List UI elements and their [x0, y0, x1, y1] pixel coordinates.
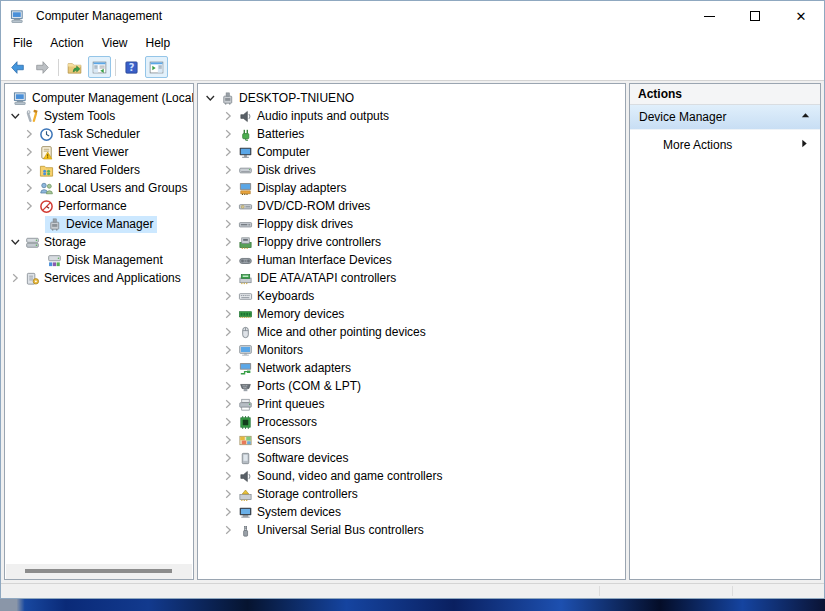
back-arrow-icon	[10, 60, 25, 75]
device-category-ide-ata-atapi-controllers[interactable]: IDE ATA/ATAPI controllers	[198, 269, 625, 287]
close-button[interactable]: ✕	[778, 1, 824, 31]
device-category-dvd-cd-rom-drives[interactable]: DVD/CD-ROM drives	[198, 197, 625, 215]
chevron-right-icon[interactable]	[220, 414, 236, 430]
disk-management-icon	[46, 252, 62, 268]
chevron-right-icon[interactable]	[21, 162, 37, 178]
chevron-right-icon[interactable]	[220, 126, 236, 142]
more-actions-item[interactable]: More Actions	[630, 130, 820, 159]
device-category-floppy-disk-drives[interactable]: Floppy disk drives	[198, 215, 625, 233]
horizontal-scrollbar[interactable]	[6, 564, 192, 579]
chevron-right-icon[interactable]	[220, 522, 236, 538]
device-category-audio-inputs-and-outputs[interactable]: Audio inputs and outputs	[198, 107, 625, 125]
chevron-right-icon[interactable]	[220, 234, 236, 250]
device-category-mice-and-other-pointing-devices[interactable]: Mice and other pointing devices	[198, 323, 625, 341]
device-category-computer[interactable]: Computer	[198, 143, 625, 161]
chevron-right-icon[interactable]	[220, 216, 236, 232]
device-category-network-adapters[interactable]: Network adapters	[198, 359, 625, 377]
tree-item-label: Processors	[257, 414, 320, 430]
back-button[interactable]	[6, 56, 29, 78]
tree-item-label: Memory devices	[257, 306, 347, 322]
chevron-right-icon[interactable]	[220, 468, 236, 484]
chevron-right-icon[interactable]	[220, 180, 236, 196]
menu-action[interactable]: Action	[41, 33, 92, 53]
console-item-storage[interactable]: Storage	[5, 233, 193, 251]
chevron-down-icon[interactable]	[7, 234, 23, 250]
device-category-monitors[interactable]: Monitors	[198, 341, 625, 359]
action-group-title: Device Manager	[639, 110, 800, 124]
chevron-right-icon[interactable]	[21, 180, 37, 196]
device-category-human-interface-devices[interactable]: Human Interface Devices	[198, 251, 625, 269]
menu-file[interactable]: File	[4, 33, 41, 53]
up-one-level-button[interactable]	[63, 56, 86, 78]
console-item-shared-folders[interactable]: Shared Folders	[5, 161, 193, 179]
device-category-desktop-tniueno[interactable]: DESKTOP-TNIUENO	[198, 89, 625, 107]
device-category-sensors[interactable]: Sensors	[198, 431, 625, 449]
chevron-right-icon[interactable]	[220, 270, 236, 286]
device-category-display-adapters[interactable]: Display adapters	[198, 179, 625, 197]
device-category-sound-video-and-game-controllers[interactable]: Sound, video and game controllers	[198, 467, 625, 485]
chevron-right-icon[interactable]	[220, 504, 236, 520]
tree-item-label: Storage controllers	[257, 486, 361, 502]
chevron-right-icon[interactable]	[21, 144, 37, 160]
action-group-device-manager[interactable]: Device Manager	[630, 105, 820, 130]
chevron-right-icon[interactable]	[220, 450, 236, 466]
services-apps-icon	[24, 270, 40, 286]
chevron-right-icon[interactable]	[220, 432, 236, 448]
chevron-right-icon[interactable]	[220, 378, 236, 394]
device-category-memory-devices[interactable]: Memory devices	[198, 305, 625, 323]
device-category-system-devices[interactable]: System devices	[198, 503, 625, 521]
tree-item-label: Shared Folders	[58, 162, 143, 178]
device-category-software-devices[interactable]: Software devices	[198, 449, 625, 467]
console-item-local-users-and-groups[interactable]: Local Users and Groups	[5, 179, 193, 197]
device-category-batteries[interactable]: Batteries	[198, 125, 625, 143]
device-category-floppy-drive-controllers[interactable]: Floppy drive controllers	[198, 233, 625, 251]
memory-chip-icon	[237, 306, 253, 322]
chevron-right-icon[interactable]	[21, 198, 37, 214]
console-item-event-viewer[interactable]: Event Viewer	[5, 143, 193, 161]
console-item-computer-management-local[interactable]: Computer Management (Local	[5, 89, 193, 107]
chevron-right-icon[interactable]	[220, 144, 236, 160]
chevron-right-icon[interactable]	[220, 108, 236, 124]
titlebar[interactable]: Computer Management ✕	[1, 1, 824, 31]
chevron-right-icon[interactable]	[7, 270, 23, 286]
computer-management-icon	[12, 90, 28, 106]
chevron-right-icon[interactable]	[220, 360, 236, 376]
menu-view[interactable]: View	[93, 33, 137, 53]
chevron-right-icon[interactable]	[220, 324, 236, 340]
chevron-right-icon[interactable]	[220, 162, 236, 178]
device-category-keyboards[interactable]: Keyboards	[198, 287, 625, 305]
chevron-right-icon[interactable]	[220, 486, 236, 502]
show-hide-console-tree-button[interactable]	[88, 56, 111, 78]
device-category-universal-serial-bus-controllers[interactable]: Universal Serial Bus controllers	[198, 521, 625, 539]
console-item-disk-management[interactable]: Disk Management	[5, 251, 193, 269]
chevron-right-icon[interactable]	[220, 198, 236, 214]
console-item-system-tools[interactable]: System Tools	[5, 107, 193, 125]
chevron-right-icon[interactable]	[220, 342, 236, 358]
chevron-right-icon[interactable]	[220, 306, 236, 322]
console-item-device-manager[interactable]: Device Manager	[5, 215, 193, 233]
chevron-right-icon[interactable]	[220, 288, 236, 304]
console-item-task-scheduler[interactable]: Task Scheduler	[5, 125, 193, 143]
chevron-up-icon[interactable]	[800, 110, 811, 124]
device-category-print-queues[interactable]: Print queues	[198, 395, 625, 413]
chevron-right-icon[interactable]	[220, 396, 236, 412]
chevron-right-icon[interactable]	[220, 252, 236, 268]
device-category-storage-controllers[interactable]: Storage controllers	[198, 485, 625, 503]
scrollbar-thumb[interactable]	[25, 569, 172, 573]
local-users-groups-icon	[38, 180, 54, 196]
device-category-ports-com-lpt[interactable]: Ports (COM & LPT)	[198, 377, 625, 395]
tree-item-label: DVD/CD-ROM drives	[257, 198, 373, 214]
menu-help[interactable]: Help	[137, 33, 180, 53]
forward-button[interactable]	[31, 56, 54, 78]
chevron-down-icon[interactable]	[202, 90, 218, 106]
maximize-button[interactable]	[732, 1, 778, 31]
console-item-performance[interactable]: Performance	[5, 197, 193, 215]
chevron-down-icon[interactable]	[7, 108, 23, 124]
device-category-disk-drives[interactable]: Disk drives	[198, 161, 625, 179]
device-category-processors[interactable]: Processors	[198, 413, 625, 431]
show-hide-action-pane-button[interactable]	[145, 56, 168, 78]
help-button[interactable]: ?	[120, 56, 143, 78]
chevron-right-icon[interactable]	[21, 126, 37, 142]
console-item-services-and-applications[interactable]: Services and Applications	[5, 269, 193, 287]
minimize-button[interactable]	[686, 1, 732, 31]
